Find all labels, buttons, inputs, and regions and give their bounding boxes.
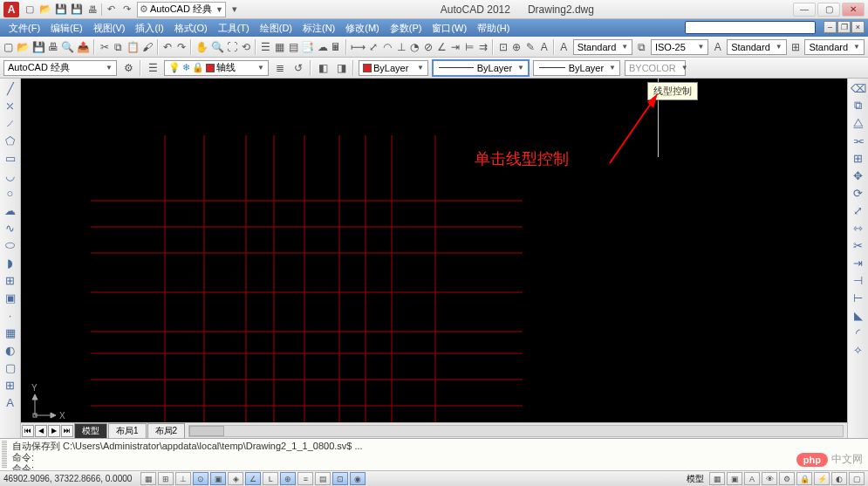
insert-icon[interactable]: ⊞: [2, 272, 19, 288]
menu-insert[interactable]: 插入(I): [130, 20, 168, 37]
tab-prev-button[interactable]: ◀: [35, 425, 47, 437]
undo-icon[interactable]: ↶: [104, 3, 118, 17]
explode-icon[interactable]: ✧: [850, 342, 867, 358]
ws-icon[interactable]: ⚙: [779, 472, 795, 485]
sc-button[interactable]: ◉: [350, 472, 366, 485]
save-icon[interactable]: 💾: [31, 38, 46, 56]
matchprop-icon[interactable]: 🖌: [141, 38, 154, 56]
open-icon[interactable]: 📂: [38, 3, 52, 17]
polar-button[interactable]: ⊙: [193, 472, 208, 485]
dim-aligned-icon[interactable]: ⤢: [367, 38, 380, 56]
layer-prev-icon[interactable]: ↺: [290, 59, 307, 77]
menu-tools[interactable]: 工具(T): [213, 20, 255, 37]
hscrollbar[interactable]: [188, 425, 844, 437]
pan-icon[interactable]: ✋: [195, 38, 209, 56]
menu-param[interactable]: 参数(P): [385, 20, 427, 37]
hardware-icon[interactable]: ⚡: [814, 472, 830, 485]
plot-icon[interactable]: 🖶: [47, 38, 60, 56]
textstyle-selector[interactable]: Standard▼: [727, 39, 787, 55]
zoom-window-icon[interactable]: ⛶: [226, 38, 239, 56]
array-icon[interactable]: ⊞: [850, 150, 867, 166]
centermark-icon[interactable]: ⊕: [510, 38, 523, 56]
cut-icon[interactable]: ✂: [98, 38, 111, 56]
mtext-icon[interactable]: A: [2, 394, 19, 410]
model-space-label[interactable]: 模型: [687, 473, 704, 485]
dim-baseline-icon[interactable]: ⊨: [463, 38, 476, 56]
ellipsearc-icon[interactable]: ◗: [2, 255, 19, 270]
layer-manager-icon[interactable]: ☰: [144, 59, 161, 77]
color-selector[interactable]: ByLayer▼: [359, 60, 428, 76]
workspace-combo[interactable]: AutoCAD 经典▼: [3, 60, 117, 76]
xline-icon[interactable]: ⤫: [2, 98, 19, 113]
gradient-icon[interactable]: ◐: [2, 342, 19, 358]
help-search-input[interactable]: [685, 21, 816, 34]
doc-close-button[interactable]: ×: [851, 21, 865, 33]
linetype-selector[interactable]: ByLayer▼: [433, 60, 529, 76]
osnap-button[interactable]: ▣: [210, 472, 226, 485]
redo-icon[interactable]: ↷: [120, 3, 133, 17]
fillet-icon[interactable]: ◜: [850, 325, 867, 340]
preview-icon[interactable]: 🔍: [60, 38, 75, 56]
annovis-icon[interactable]: 👁: [762, 472, 777, 485]
region-icon[interactable]: ▢: [2, 359, 19, 375]
drawing-canvas[interactable]: Y X 线型控制 单击线型控制 ⏮ ◀ ▶ ⏭ 模型 布局1 布局2: [21, 79, 847, 438]
tab-layout1[interactable]: 布局1: [108, 423, 147, 438]
dimstyle-icon[interactable]: ⧉: [635, 38, 648, 56]
ellipse-icon[interactable]: ⬭: [2, 237, 19, 253]
table-icon[interactable]: ⊞: [2, 377, 19, 393]
designcenter-icon[interactable]: ▦: [273, 38, 286, 56]
point-icon[interactable]: ·: [2, 307, 19, 323]
dim-diameter-icon[interactable]: ⊘: [422, 38, 435, 56]
tablestyle-selector[interactable]: Standard▼: [804, 39, 865, 55]
new-icon[interactable]: ▢: [2, 38, 15, 56]
dim-radius-icon[interactable]: ◔: [408, 38, 421, 56]
dimtedit-icon[interactable]: A: [537, 38, 550, 56]
menu-help[interactable]: 帮助(H): [472, 20, 515, 37]
menu-modify[interactable]: 修改(M): [340, 20, 385, 37]
copy-icon[interactable]: ⧉: [112, 38, 125, 56]
menu-draw[interactable]: 绘图(D): [255, 20, 297, 37]
otrack-button[interactable]: ∠: [245, 472, 261, 485]
redo-icon[interactable]: ↷: [174, 38, 188, 56]
dim-linear-icon[interactable]: ⟼: [350, 38, 366, 56]
new-icon[interactable]: ▢: [23, 3, 37, 17]
maximize-button[interactable]: ▢: [817, 3, 840, 17]
dim-arc-icon[interactable]: ◠: [381, 38, 394, 56]
markup-icon[interactable]: ☁: [316, 38, 329, 56]
copy-icon[interactable]: ⧉: [850, 98, 867, 113]
plotstyle-selector[interactable]: BYCOLOR▼: [625, 60, 686, 76]
circle-icon[interactable]: ○: [2, 185, 19, 201]
break-icon[interactable]: ⊣: [850, 272, 867, 288]
workspace-settings-icon[interactable]: ⚙: [120, 59, 137, 77]
ortho-button[interactable]: ⊥: [175, 472, 191, 485]
dim-continue-icon[interactable]: ⇉: [476, 38, 489, 56]
menu-file[interactable]: 文件(F): [3, 20, 45, 37]
polygon-icon[interactable]: ⬠: [2, 133, 19, 148]
open-icon[interactable]: 📂: [16, 38, 31, 56]
annoscale-icon[interactable]: A: [744, 472, 760, 485]
mirror-icon[interactable]: ⧋: [850, 115, 867, 131]
tablestyle-icon[interactable]: ⊞: [789, 38, 803, 56]
rectangle-icon[interactable]: ▭: [2, 150, 19, 166]
cmdline-grip[interactable]: [2, 441, 7, 469]
polyline-icon[interactable]: ⟋: [2, 115, 19, 131]
lock-icon[interactable]: 🔒: [796, 472, 812, 485]
dyn-button[interactable]: ⊕: [280, 472, 296, 485]
qat-dropdown-icon[interactable]: ▾: [228, 3, 242, 17]
save-icon[interactable]: 💾: [54, 3, 68, 17]
saveas-icon[interactable]: 💾: [70, 3, 84, 17]
tab-model[interactable]: 模型: [74, 423, 107, 438]
tolerance-icon[interactable]: ⊡: [496, 38, 509, 56]
lwt-button[interactable]: ≡: [297, 472, 313, 485]
dimedit-icon[interactable]: ✎: [524, 38, 537, 56]
dim-quick-icon[interactable]: ⇥: [449, 38, 462, 56]
tpy-button[interactable]: ▤: [315, 472, 331, 485]
doc-restore-button[interactable]: ❐: [837, 21, 851, 33]
line-icon[interactable]: ╱: [2, 80, 19, 96]
snap-button[interactable]: ▦: [140, 472, 156, 485]
dimstyle-selector-2[interactable]: ISO-25▼: [651, 39, 708, 55]
properties-icon[interactable]: ☰: [259, 38, 272, 56]
hatch-icon[interactable]: ▦: [2, 325, 19, 340]
chamfer-icon[interactable]: ◣: [850, 307, 867, 323]
textstyle-icon[interactable]: A: [711, 38, 724, 56]
